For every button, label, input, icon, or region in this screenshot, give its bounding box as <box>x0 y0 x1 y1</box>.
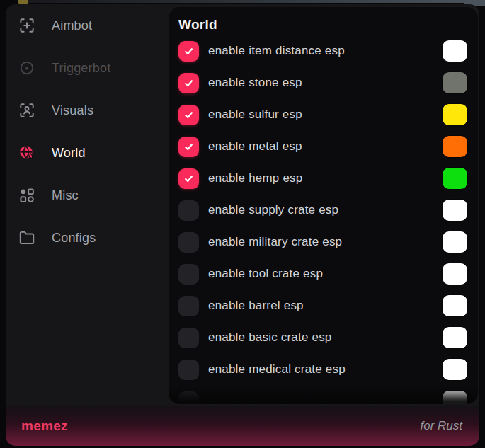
color-swatch[interactable] <box>443 231 467 253</box>
checkbox-unchecked[interactable] <box>178 296 199 316</box>
color-swatch[interactable] <box>443 136 467 157</box>
sidebar-item-label: World <box>52 146 86 161</box>
checkbox-checked[interactable] <box>178 41 199 62</box>
sidebar-item-world[interactable]: World <box>17 132 169 174</box>
setting-row: enable basic crate esp <box>178 327 468 348</box>
settings-scroll-area[interactable]: enable item distance espenable stone esp… <box>178 33 468 404</box>
settings-panel: World enable item distance espenable sto… <box>169 7 478 404</box>
grid-shapes-icon <box>17 186 36 205</box>
color-swatch[interactable] <box>443 295 467 316</box>
setting-label: enable supply crate esp <box>208 203 338 217</box>
color-swatch[interactable] <box>443 263 467 285</box>
color-swatch[interactable] <box>443 391 467 404</box>
setting-label: enable basic crate esp <box>208 331 332 345</box>
crosshair-scan-icon <box>17 16 36 35</box>
setting-label: enable stone esp <box>208 76 302 90</box>
brand-name: memez <box>21 418 68 434</box>
sidebar-item-label: Visuals <box>52 103 93 118</box>
sidebar-item-label: Configs <box>52 231 96 246</box>
checkbox-checked[interactable] <box>178 105 199 125</box>
checkbox-unchecked[interactable] <box>178 328 199 348</box>
sidebar-item-configs[interactable]: Configs <box>17 217 169 259</box>
setting-row: enable sulfur esp <box>178 104 468 125</box>
brand-tagline: for Rust <box>420 419 462 433</box>
person-scan-icon <box>17 101 36 120</box>
sidebar-nav: Aimbot Triggerbot Visuals World Misc Con… <box>6 4 169 259</box>
folder-icon <box>17 229 36 248</box>
sidebar-item-visuals[interactable]: Visuals <box>17 89 169 132</box>
globe-star-icon <box>17 144 36 163</box>
checkbox-checked[interactable] <box>178 73 199 93</box>
setting-row: enable supply crate esp <box>178 200 468 221</box>
checkbox-checked[interactable] <box>178 168 199 189</box>
panel-title: World <box>178 17 468 33</box>
setting-row: enable hemp esp <box>178 168 468 189</box>
setting-label: enable barrel esp <box>208 299 304 313</box>
setting-row: enable military crate esp <box>178 231 468 253</box>
setting-label: enable metal esp <box>208 139 302 154</box>
cheat-menu-window: Aimbot Triggerbot Visuals World Misc Con… <box>6 4 479 446</box>
sidebar-item-label: Misc <box>52 188 79 203</box>
setting-label: enable military crate esp <box>208 235 342 249</box>
setting-row: enable tool crate esp <box>178 263 468 285</box>
color-swatch[interactable] <box>443 168 467 189</box>
setting-label: enable item distance esp <box>208 44 345 58</box>
sidebar-item-label: Aimbot <box>52 18 92 33</box>
checkbox-unchecked[interactable] <box>178 264 199 285</box>
sidebar-item-aimbot[interactable]: Aimbot <box>17 4 169 47</box>
circle-dot-icon <box>17 59 36 78</box>
setting-label: enable medical crate esp <box>208 362 346 377</box>
checkbox-unchecked[interactable] <box>178 360 199 380</box>
setting-row <box>178 391 468 404</box>
checkbox-unchecked[interactable] <box>178 200 199 221</box>
footer-bar: memez for Rust <box>6 406 479 446</box>
color-swatch[interactable] <box>443 104 467 125</box>
sidebar-item-triggerbot[interactable]: Triggerbot <box>17 47 169 89</box>
color-swatch[interactable] <box>443 359 467 380</box>
color-swatch[interactable] <box>443 40 467 62</box>
setting-row: enable stone esp <box>178 72 468 93</box>
color-swatch[interactable] <box>443 72 467 93</box>
setting-label: enable hemp esp <box>208 171 302 185</box>
background-game-sliver <box>24 0 485 3</box>
setting-label: enable tool crate esp <box>208 267 323 281</box>
sidebar-item-label: Triggerbot <box>52 61 110 76</box>
setting-row: enable medical crate esp <box>178 359 468 380</box>
color-swatch[interactable] <box>443 200 467 221</box>
checkbox-checked[interactable] <box>178 137 199 157</box>
checkbox-unchecked[interactable] <box>178 391 199 405</box>
setting-row: enable metal esp <box>178 136 468 157</box>
setting-row: enable item distance esp <box>178 40 468 62</box>
setting-row: enable barrel esp <box>178 295 468 316</box>
sidebar-item-misc[interactable]: Misc <box>17 174 169 217</box>
checkbox-unchecked[interactable] <box>178 232 199 253</box>
color-swatch[interactable] <box>443 327 467 348</box>
setting-label: enable sulfur esp <box>208 108 302 122</box>
